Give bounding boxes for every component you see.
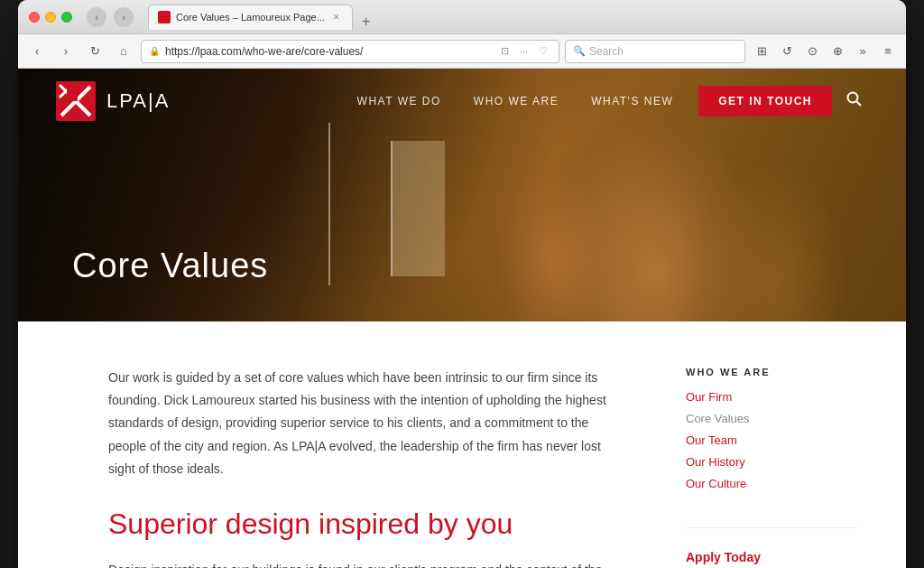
list-item: Core Values (686, 410, 857, 426)
nav-get-in-touch[interactable]: GET IN TOUCH (698, 86, 832, 116)
sidebar-nav-our-history[interactable]: Our History (686, 455, 745, 469)
close-button[interactable] (29, 12, 40, 23)
browser-nav-buttons: ‹ › (87, 7, 134, 27)
sidebar-section-title: WHO WE ARE (686, 367, 857, 377)
sidebar: WHO WE ARE Our Firm Core Values Our Team… (668, 321, 884, 568)
toolbar-home-button[interactable]: ⌂ (112, 40, 135, 63)
traffic-lights (29, 12, 72, 23)
svg-line-8 (856, 101, 861, 106)
settings-button[interactable]: ⊕ (827, 41, 848, 62)
nav-whats-new[interactable]: WHAT'S NEW (575, 88, 689, 115)
sync-button[interactable]: ⊙ (801, 41, 823, 62)
browser-toolbar: ‹ › ↻ ⌂ 🔒 https://lpaa.com/who-we-are/co… (18, 34, 906, 69)
logo-icon (54, 79, 97, 123)
menu-button[interactable]: ≡ (877, 41, 899, 62)
forward-button[interactable]: › (114, 7, 134, 27)
content-subheading: Superior design inspired by you (108, 507, 614, 541)
list-item: Our Culture (686, 475, 857, 491)
address-bar[interactable]: 🔒 https://lpaa.com/who-we-are/core-value… (141, 40, 559, 63)
logo-text: LPA|A (106, 89, 170, 113)
hero-title-area: Core Values (72, 247, 268, 285)
active-tab[interactable]: Core Values – Lamoureux Page... ✕ (148, 5, 353, 30)
back-button[interactable]: ‹ (87, 7, 106, 27)
address-actions: ⊡ ··· ♡ (497, 43, 551, 59)
site-header: LPA|A WHAT WE DO WHO WE ARE WHAT'S NEW G… (18, 69, 906, 321)
content-area: Our work is guided by a set of core valu… (18, 321, 668, 568)
site-logo[interactable]: LPA|A (54, 79, 170, 123)
svg-rect-6 (67, 81, 78, 101)
tab-bar: Core Values – Lamoureux Page... ✕ + (148, 5, 895, 30)
intro-text: Our work is guided by a set of core valu… (108, 367, 614, 480)
minimize-button[interactable] (45, 12, 56, 23)
tab-favicon (158, 11, 171, 23)
list-item: Our Team (686, 432, 857, 448)
browser-window: ‹ › Core Values – Lamoureux Page... ✕ + … (18, 0, 906, 568)
svg-point-7 (848, 92, 858, 102)
hero-decoration-1 (328, 123, 330, 285)
site-nav-links: WHAT WE DO WHO WE ARE WHAT'S NEW GET IN … (341, 84, 870, 119)
sidebar-nav-our-culture[interactable]: Our Culture (686, 477, 746, 490)
toolbar-extras: ⊞ ↺ ⊙ ⊕ » ≡ (751, 41, 899, 62)
bookmark-button[interactable]: ♡ (535, 43, 551, 59)
list-item: Our Firm (686, 388, 857, 405)
new-tab-button[interactable]: + (356, 14, 375, 30)
security-icon: 🔒 (149, 46, 160, 56)
search-placeholder: Search (589, 45, 624, 58)
sidebar-nav-our-team[interactable]: Our Team (686, 433, 737, 447)
nav-search-button[interactable] (839, 84, 870, 119)
nav-who-we-are[interactable]: WHO WE ARE (457, 88, 575, 115)
sidebar-nav: Our Firm Core Values Our Team Our Histor… (686, 388, 857, 491)
content-body-2: Design inspiration for our buildings is … (108, 559, 614, 568)
website-content: LPA|A WHAT WE DO WHO WE ARE WHAT'S NEW G… (18, 69, 906, 568)
maximize-button[interactable] (61, 12, 72, 23)
site-nav: LPA|A WHAT WE DO WHO WE ARE WHAT'S NEW G… (18, 69, 906, 134)
reader-view-button[interactable]: ⊡ (497, 43, 513, 59)
search-icon: 🔍 (573, 45, 586, 57)
site-main: Our work is guided by a set of core valu… (18, 321, 906, 568)
nav-what-we-do[interactable]: WHAT WE DO (341, 88, 457, 115)
sidebar-nav-core-values[interactable]: Core Values (686, 412, 750, 425)
tab-close-button[interactable]: ✕ (330, 11, 343, 23)
toolbar-back-button[interactable]: ‹ (25, 40, 49, 63)
extensions-button[interactable]: ⊞ (751, 41, 772, 62)
sidebar-apply-section: Apply Today Interested in working with u… (686, 527, 857, 568)
history-button[interactable]: ↺ (776, 41, 798, 62)
tab-title: Core Values – Lamoureux Page... (176, 12, 325, 23)
search-bar[interactable]: 🔍 Search (565, 40, 745, 63)
apply-title: Apply Today (686, 550, 857, 564)
search-icon (846, 91, 863, 107)
list-item: Our History (686, 453, 857, 470)
toolbar-forward-button[interactable]: › (54, 40, 78, 63)
sidebar-nav-our-firm[interactable]: Our Firm (686, 390, 732, 404)
url-text: https://lpaa.com/who-we-are/core-values/ (165, 45, 492, 58)
browser-titlebar: ‹ › Core Values – Lamoureux Page... ✕ + (18, 0, 906, 34)
more-button[interactable]: ··· (516, 44, 531, 59)
hero-decoration-2 (391, 141, 445, 276)
toolbar-refresh-button[interactable]: ↻ (83, 40, 106, 63)
more-tools-button[interactable]: » (852, 41, 873, 62)
page-title: Core Values (72, 247, 268, 285)
